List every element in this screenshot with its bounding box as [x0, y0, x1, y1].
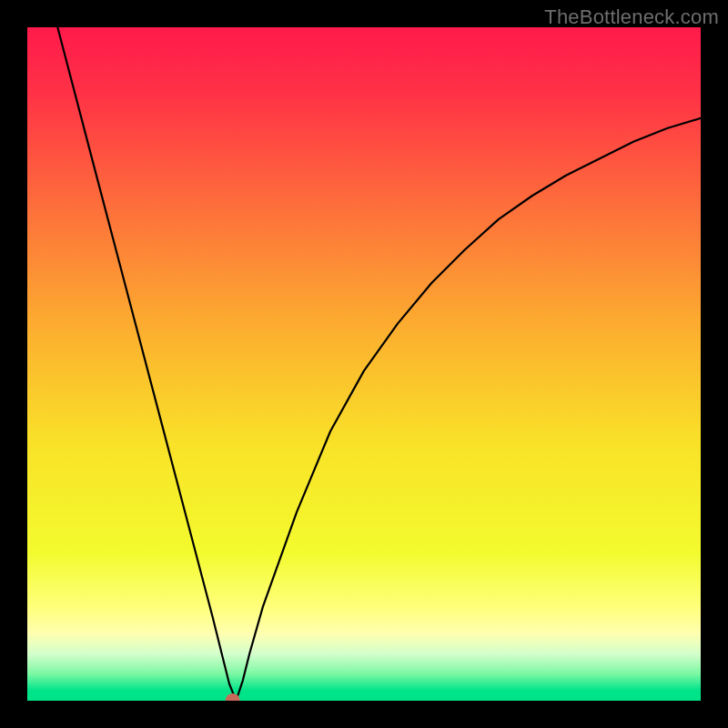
watermark-text: TheBottleneck.com: [544, 5, 719, 29]
chart-plot-area: [27, 27, 701, 701]
chart-background: [27, 27, 701, 701]
chart-svg: [27, 27, 701, 701]
